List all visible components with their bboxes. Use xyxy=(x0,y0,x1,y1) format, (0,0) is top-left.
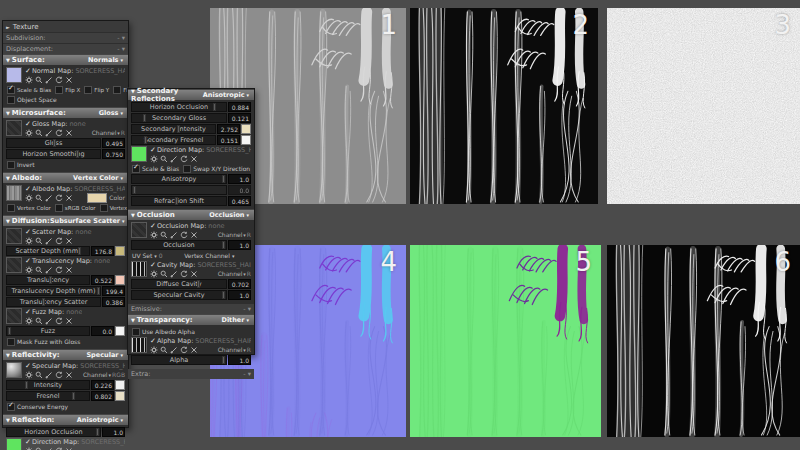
clear-icon[interactable] xyxy=(65,76,73,84)
clear-icon[interactable] xyxy=(65,266,73,274)
uv-set-dropdown[interactable]: UV Set▾ xyxy=(132,252,159,259)
intensity-value[interactable]: 0.226 xyxy=(91,380,114,390)
paint-icon[interactable] xyxy=(45,447,53,450)
sec-direction-slider[interactable] xyxy=(131,185,227,195)
reflectivity-mode-dropdown[interactable]: Specular▾ xyxy=(86,351,125,359)
paint-icon[interactable] xyxy=(170,270,178,278)
flip-z-checkbox[interactable] xyxy=(113,86,121,94)
clear-icon[interactable] xyxy=(190,270,198,278)
search-icon[interactable] xyxy=(35,266,43,274)
alpha-channel-dropdown[interactable]: Channel▾R xyxy=(218,346,251,353)
fuzz-value[interactable]: 0.0 xyxy=(91,326,114,336)
sec-anisotropy-slider[interactable]: Anisotropy xyxy=(131,174,227,184)
reload-icon[interactable] xyxy=(55,237,63,245)
scatter-map-swatch[interactable] xyxy=(6,228,22,244)
search-icon[interactable] xyxy=(160,231,168,239)
direction-map-swatch[interactable] xyxy=(6,438,22,450)
secondary-fresnel-value[interactable]: 0.151 xyxy=(217,135,240,145)
flip-x-checkbox[interactable] xyxy=(55,86,63,94)
occlusion-map-swatch[interactable] xyxy=(131,222,147,238)
clear-icon[interactable] xyxy=(65,194,73,202)
swap-xy-checkbox[interactable] xyxy=(183,165,191,173)
vertex-alpha-checkbox[interactable] xyxy=(100,204,108,212)
secondary-gloss-slider[interactable]: Secondary Gloss xyxy=(131,113,227,123)
object-space-checkbox[interactable] xyxy=(7,96,15,104)
check-icon[interactable]: ✓ xyxy=(25,67,31,75)
reflection-section-header[interactable]: ▼Reflection: Anisotropic▾ xyxy=(3,414,128,425)
reload-icon[interactable] xyxy=(55,76,63,84)
occlusion-value[interactable]: 1.0 xyxy=(228,240,251,250)
reload-icon[interactable] xyxy=(180,231,188,239)
reload-icon[interactable] xyxy=(55,447,63,450)
search-icon[interactable] xyxy=(160,155,168,163)
search-icon[interactable] xyxy=(35,371,43,379)
scatter-color-swatch[interactable] xyxy=(115,246,125,256)
vertex-color-checkbox[interactable] xyxy=(7,204,15,212)
search-icon[interactable] xyxy=(35,237,43,245)
secondary-intensity-color-swatch[interactable] xyxy=(241,124,251,134)
fresnel-value[interactable]: 0.802 xyxy=(91,391,114,401)
scale-bias-checkbox[interactable]: ✓ xyxy=(7,86,15,94)
gear-icon[interactable] xyxy=(25,129,33,137)
reload-icon[interactable] xyxy=(55,194,63,202)
reload-icon[interactable] xyxy=(180,270,188,278)
surface-section-header[interactable]: ▼Surface: Normals▾ xyxy=(3,54,128,65)
conserve-energy-checkbox[interactable]: ✓ xyxy=(7,403,15,411)
fresnel-color-swatch[interactable] xyxy=(115,391,125,401)
mask-fuzz-checkbox[interactable] xyxy=(7,338,15,346)
gloss-map-swatch[interactable] xyxy=(6,120,22,136)
reflectivity-section-header[interactable]: ▼Reflectivity: Specular▾ xyxy=(3,349,128,360)
gear-icon[interactable] xyxy=(25,76,33,84)
albedo-section-header[interactable]: ▼Albedo: Vertex Color▾ xyxy=(3,172,128,183)
gear-icon[interactable] xyxy=(25,266,33,274)
fuzz-slider[interactable]: Fuzz xyxy=(6,326,90,336)
specular-cavity-slider[interactable]: Specular Cavity xyxy=(131,290,227,300)
horizon-smoothing-value[interactable]: 0.750 xyxy=(102,149,125,159)
clear-icon[interactable] xyxy=(65,371,73,379)
specular-channel-dropdown[interactable]: Channel▾RGB xyxy=(83,371,125,378)
intensity-color-swatch[interactable] xyxy=(115,380,125,390)
scale-bias-checkbox[interactable]: ✓ xyxy=(132,165,140,173)
clear-icon[interactable] xyxy=(65,447,73,450)
gear-icon[interactable] xyxy=(150,155,158,163)
gear-icon[interactable] xyxy=(150,270,158,278)
vertex-channel-dropdown[interactable]: Vertex Channel▾ xyxy=(171,252,250,259)
reload-icon[interactable] xyxy=(55,371,63,379)
occlusion-mode-dropdown[interactable]: Occlusion▾ xyxy=(209,211,251,219)
refraction-shift-slider[interactable]: Refraction Shift xyxy=(131,196,227,206)
translucency-scatter-value[interactable]: 0.386 xyxy=(102,297,125,307)
reload-icon[interactable] xyxy=(55,317,63,325)
reload-icon[interactable] xyxy=(55,129,63,137)
sec-direction-value[interactable]: 0.0 xyxy=(228,185,251,195)
translucency-depth-value[interactable]: 199.4 xyxy=(102,286,125,296)
secondary-fresnel-color-swatch[interactable] xyxy=(241,135,251,145)
occlusion-section-header[interactable]: ▼Occlusion Occlusion▾ xyxy=(128,209,254,220)
diffuse-cavity-value[interactable]: 0.702 xyxy=(228,279,251,289)
gear-icon[interactable] xyxy=(150,231,158,239)
secondary-intensity-slider[interactable]: Secondary Intensity xyxy=(131,124,216,134)
secondary-intensity-value[interactable]: 2.752 xyxy=(217,124,240,134)
sec-direction-map-swatch[interactable] xyxy=(131,146,147,162)
reload-icon[interactable] xyxy=(180,155,188,163)
translucency-scatter-slider[interactable]: Translucency Scatter xyxy=(6,297,101,307)
clear-icon[interactable] xyxy=(190,231,198,239)
search-icon[interactable] xyxy=(35,194,43,202)
translucency-map-swatch[interactable] xyxy=(6,257,22,273)
albedo-map-swatch[interactable] xyxy=(6,185,22,201)
normal-map-swatch[interactable] xyxy=(6,67,22,83)
occlusion-channel-dropdown[interactable]: Channel▾R xyxy=(218,231,251,238)
gloss-value[interactable]: 0.495 xyxy=(102,138,125,148)
sec-horizon-occlusion-slider[interactable]: Horizon Occlusion xyxy=(131,102,227,112)
search-icon[interactable] xyxy=(35,447,43,450)
alpha-slider[interactable]: Alpha xyxy=(131,355,227,365)
fresnel-slider[interactable]: Fresnel xyxy=(6,391,90,401)
paint-icon[interactable] xyxy=(170,155,178,163)
paint-icon[interactable] xyxy=(170,231,178,239)
refraction-shift-value[interactable]: 0.465 xyxy=(228,196,251,206)
transparency-section-header[interactable]: ▼Transparency: Dither▾ xyxy=(128,314,254,325)
secondary-gloss-value[interactable]: 0.121 xyxy=(228,113,251,123)
specular-cavity-value[interactable]: 1.0 xyxy=(228,290,251,300)
secondary-fresnel-slider[interactable]: Secondary Fresnel xyxy=(131,135,216,145)
gear-icon[interactable] xyxy=(150,346,158,354)
albedo-mode-dropdown[interactable]: Vertex Color▾ xyxy=(73,174,125,182)
